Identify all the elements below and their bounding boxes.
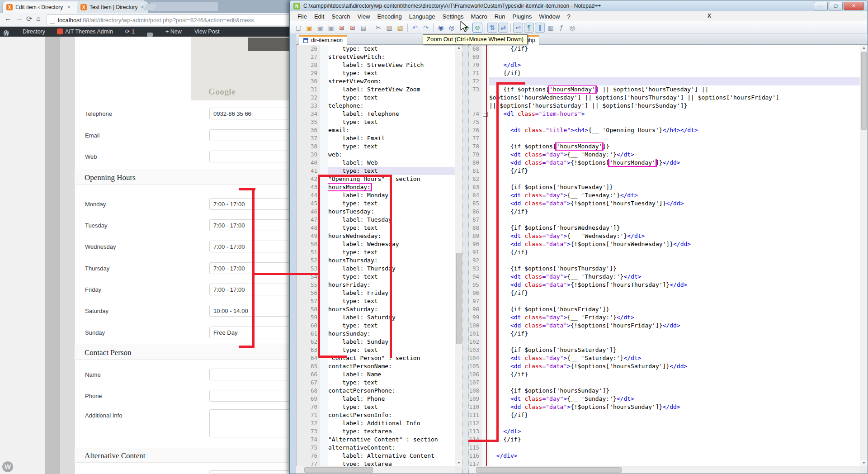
right-vertical-scrollbar[interactable]: ▲ ▼	[860, 45, 868, 466]
field-input-wednesday[interactable]: 7:00 - 17:00	[209, 241, 290, 252]
menu-?[interactable]: ?	[563, 13, 574, 20]
wp-logo-icon[interactable]: W	[4, 28, 9, 38]
print-icon[interactable]: ▤	[359, 23, 368, 33]
notepadpp-title-bar[interactable]: N C:\xampp\htdocs\ait\directory\wp-conte…	[290, 0, 868, 11]
code-line: 114 {/if}	[468, 436, 860, 444]
menu-language[interactable]: Language	[406, 13, 439, 20]
cut-icon[interactable]: ✂	[373, 23, 383, 33]
left-horizontal-scrollbar[interactable]	[296, 466, 455, 474]
code-line: 95 <dd class="data">{!$options['hoursThu…	[468, 281, 860, 289]
menu-settings[interactable]: Settings	[439, 13, 467, 20]
sync-vertical-icon[interactable]: ⇅	[487, 23, 497, 33]
field-input-telephone[interactable]: 0932-86 35 66	[209, 108, 290, 119]
scroll-thumb[interactable]	[304, 467, 373, 473]
menu-search[interactable]: Search	[328, 13, 354, 20]
wp-postbox-panel	[75, 37, 290, 474]
menu-file[interactable]: File	[294, 13, 311, 20]
field-input-additional-info[interactable]	[209, 409, 290, 437]
new-file-icon[interactable]: ▢	[293, 23, 303, 33]
tab-dir-item-neon[interactable]: dir-item.neon	[299, 35, 347, 45]
admin-bar-new[interactable]: + New	[165, 27, 182, 37]
code-line: 74− <dl class="item-hours">	[468, 110, 860, 118]
undo-icon[interactable]: ↶	[410, 23, 420, 33]
new-tab-button[interactable]	[143, 4, 156, 10]
code-line: 94 <dt class="day">{__ 'Thursday:'}</dt>	[468, 273, 860, 281]
field-input-saturday[interactable]: 10:00 - 14:00	[209, 305, 290, 317]
code-line: 31 label: StreetView Zoom	[297, 85, 455, 94]
scroll-thumb[interactable]	[476, 467, 622, 473]
partial-field[interactable]	[209, 470, 290, 474]
close-all-icon[interactable]: ⊠	[348, 23, 358, 33]
forward-icon[interactable]: →	[15, 14, 23, 23]
replace-icon: ◎	[449, 24, 454, 31]
field-input-email[interactable]	[209, 129, 290, 141]
line-number: 55	[297, 281, 320, 289]
scroll-thumb[interactable]	[456, 253, 462, 344]
menu-edit[interactable]: Edit	[311, 13, 328, 20]
admin-bar-view-post[interactable]: View Post	[194, 27, 219, 37]
line-number: 89	[468, 232, 482, 240]
address-bar[interactable]: localhost:88/ait/directory/wp-admin/post…	[47, 14, 290, 25]
menu-macro[interactable]: Macro	[467, 13, 491, 20]
field-input-name[interactable]	[209, 369, 290, 380]
right-horizontal-scrollbar[interactable]	[468, 466, 860, 474]
doc-map-icon[interactable]: ▥	[546, 23, 556, 33]
field-input-web[interactable]	[209, 151, 290, 162]
field-input-phone[interactable]	[209, 390, 290, 402]
menubar-close-icon[interactable]: X	[708, 13, 711, 19]
reload-icon[interactable]: ⟳	[26, 14, 32, 23]
left-vertical-scrollbar[interactable]: ▲ ▼	[455, 45, 462, 466]
menu-run[interactable]: Run	[491, 13, 509, 20]
zoom-out-icon: ⊖	[475, 24, 480, 31]
replace-icon[interactable]: ◎	[447, 23, 457, 33]
admin-bar-site[interactable]: Directory	[23, 27, 45, 37]
monitoring-icon[interactable]: ◎	[567, 23, 577, 33]
open-file-icon[interactable]: ▣	[304, 23, 314, 33]
scroll-thumb[interactable]	[861, 52, 867, 130]
sync-horizontal-icon[interactable]: ⇄	[498, 23, 508, 33]
save-all-icon[interactable]: ▣	[326, 23, 336, 33]
line-number: 58	[297, 305, 320, 313]
url-text: localhost:88/ait/directory/wp-admin/post…	[58, 17, 254, 24]
indent-guide-icon[interactable]: ∥	[535, 23, 545, 33]
field-input-tuesday[interactable]: 7:00 - 17:00	[209, 219, 290, 231]
menu-view[interactable]: View	[354, 13, 374, 20]
zoom-out-icon[interactable]: ⊖	[472, 23, 482, 33]
fold-collapse-icon[interactable]: −	[483, 112, 488, 117]
gutter-red-line	[486, 45, 487, 466]
field-input-monday[interactable]: 7:00 - 17:00	[209, 198, 290, 210]
menu-plugins[interactable]: Plugins	[509, 13, 536, 20]
code-line: 39web:	[297, 151, 455, 159]
copy-icon[interactable]: ▥	[384, 23, 394, 33]
line-number: 68	[468, 45, 482, 53]
line-number: 43	[297, 183, 320, 191]
tab-close-icon[interactable]	[67, 5, 71, 10]
save-icon[interactable]: ▣	[315, 23, 325, 33]
minimize-button[interactable]	[814, 2, 828, 10]
field-label: Email	[85, 132, 100, 139]
browser-tab-test-item[interactable]: X Test Item | Directory	[77, 1, 148, 13]
admin-bar-updates[interactable]: ⟳ 1	[125, 27, 135, 37]
word-wrap-icon[interactable]: ↩	[513, 23, 523, 33]
function-list-icon[interactable]: ƒ	[557, 23, 566, 33]
redo-icon[interactable]: ↷	[421, 23, 431, 33]
paste-icon[interactable]: ▧	[395, 23, 405, 33]
browser-tab-edit-item[interactable]: X Edit item ‹ Directory — W	[3, 1, 81, 13]
field-input-friday[interactable]: 7:00 - 17:00	[209, 284, 290, 295]
field-input-sunday[interactable]: Free Day	[209, 327, 290, 338]
line-number: 77	[468, 134, 482, 142]
maximize-button[interactable]	[829, 2, 843, 10]
close-icon[interactable]: ⊠	[337, 23, 347, 33]
admin-bar-ait[interactable]: AIT Themes Admin	[57, 27, 113, 37]
field-label: Friday	[85, 286, 101, 293]
back-icon[interactable]: ←	[5, 14, 12, 23]
find-icon[interactable]: ◉	[436, 23, 446, 33]
close-button[interactable]	[844, 2, 864, 10]
code-editor-php[interactable]: 68 {/if}6970 </dl>71 {/if}7273 {if $opti…	[468, 45, 860, 466]
home-icon[interactable]: ⌂	[36, 14, 41, 23]
menu-window[interactable]: Window	[535, 13, 563, 20]
menu-encoding[interactable]: Encoding	[374, 13, 406, 20]
pane-splitter[interactable]	[462, 34, 469, 474]
code-line: 32 type: text	[297, 94, 455, 102]
show-all-characters-icon[interactable]: ¶	[524, 23, 534, 33]
